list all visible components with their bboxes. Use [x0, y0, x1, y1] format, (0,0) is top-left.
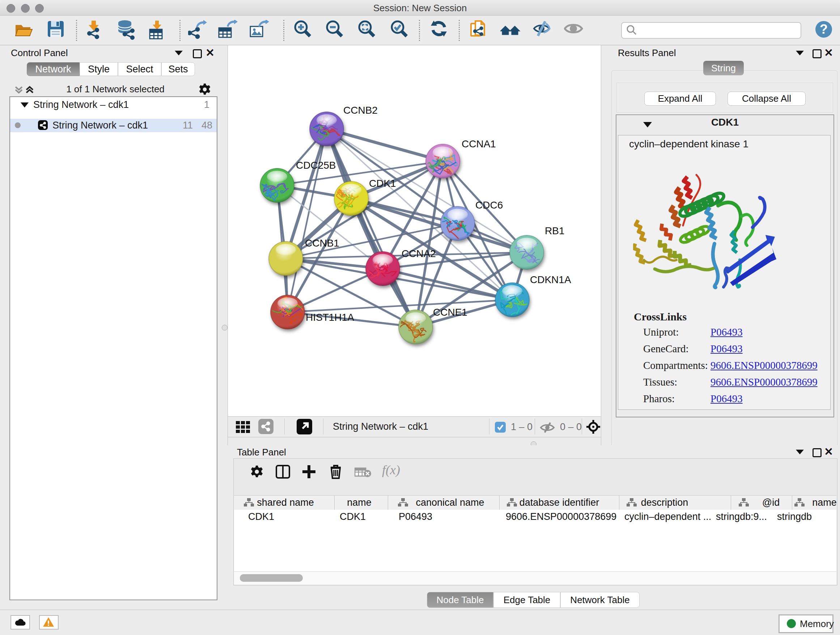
svg-text:CDC25B: CDC25B [296, 160, 336, 171]
svg-text:CCNA1: CCNA1 [462, 138, 496, 149]
svg-text:CDKN1A: CDKN1A [530, 274, 571, 285]
svg-text:?: ? [820, 22, 828, 36]
svg-text:RB1: RB1 [545, 225, 564, 236]
svg-text:CCNE1: CCNE1 [433, 307, 467, 318]
svg-text:CCNA2: CCNA2 [401, 248, 436, 259]
svg-text:CCNB2: CCNB2 [343, 105, 378, 116]
svg-text:CDC6: CDC6 [475, 200, 503, 211]
svg-text:CCNB1: CCNB1 [305, 238, 339, 249]
svg-text:CDK1: CDK1 [369, 178, 396, 189]
svg-text:HIST1H1A: HIST1H1A [306, 312, 354, 323]
